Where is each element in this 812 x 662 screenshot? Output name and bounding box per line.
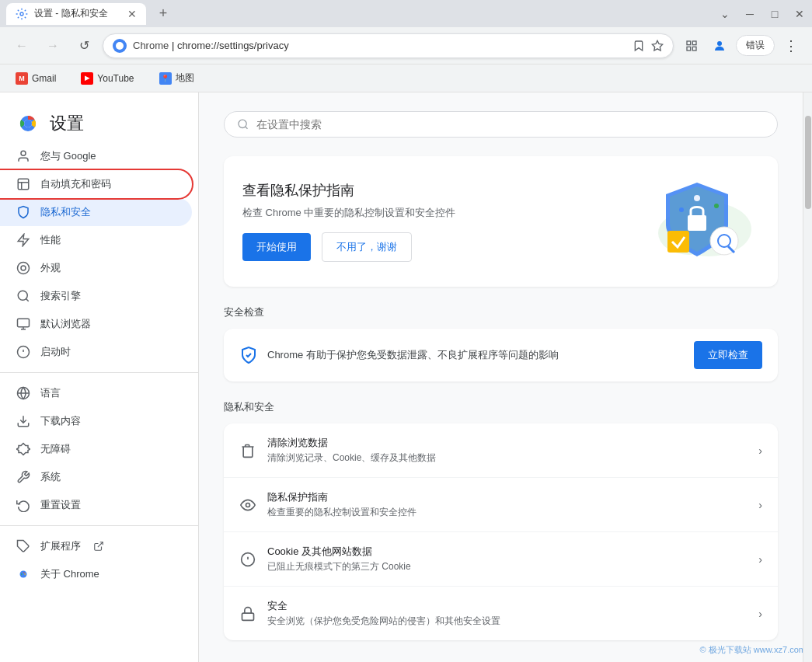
cookies-chevron: › — [758, 553, 762, 566]
performance-icon — [16, 232, 31, 248]
svg-marker-2 — [652, 40, 662, 51]
chrome-logo — [16, 111, 40, 136]
svg-point-42 — [679, 207, 684, 212]
scrollbar-track[interactable] — [803, 92, 812, 662]
no-thanks-button[interactable]: 不用了，谢谢 — [322, 232, 412, 262]
external-link-icon — [93, 541, 104, 552]
sidebar-item-reset[interactable]: 重置设置 — [0, 491, 192, 519]
sidebar-item-performance-label: 性能 — [40, 233, 61, 247]
sidebar-header: 设置 — [0, 99, 198, 142]
search-icon — [16, 288, 31, 304]
sidebar-item-appearance-label: 外观 — [40, 261, 61, 275]
collapse-button[interactable]: ⌄ — [719, 8, 731, 20]
security-text: 安全 安全浏览（保护您免受危险网站的侵害）和其他安全设置 — [267, 599, 748, 628]
security-item[interactable]: 安全 安全浏览（保护您免受危险网站的侵害）和其他安全设置 › — [224, 587, 778, 640]
svg-rect-6 — [687, 47, 691, 51]
privacy-guide-item[interactable]: 隐私保护指南 检查重要的隐私控制设置和安全控件 › — [224, 478, 778, 532]
start-button[interactable]: 开始使用 — [242, 233, 311, 261]
svg-point-0 — [20, 12, 23, 16]
sidebar-item-system[interactable]: 系统 — [0, 463, 192, 491]
svg-rect-12 — [18, 179, 29, 190]
sidebar-item-browser-label: 默认浏览器 — [40, 317, 91, 331]
sidebar-item-search-label: 搜索引擎 — [40, 289, 81, 303]
system-icon — [16, 469, 31, 485]
sidebar-item-browser[interactable]: 默认浏览器 — [0, 310, 192, 338]
address-text: Chrome | chrome://settings/privacy — [133, 40, 626, 51]
sidebar-item-about-label: 关于 Chrome — [40, 567, 99, 581]
tab-close-button[interactable]: ✕ — [127, 8, 137, 20]
svg-point-10 — [24, 120, 32, 127]
scrollbar-thumb[interactable] — [805, 116, 811, 209]
gmail-label: Gmail — [32, 73, 56, 84]
check-now-button[interactable]: 立即检查 — [694, 341, 762, 369]
sidebar-item-language[interactable]: 语言 — [0, 379, 192, 407]
menu-button[interactable]: ⋮ — [779, 34, 803, 57]
sidebar-item-appearance[interactable]: 外观 — [0, 254, 192, 282]
extensions-icon — [16, 538, 31, 554]
error-button[interactable]: 错误 — [736, 35, 775, 56]
search-input[interactable] — [256, 118, 765, 131]
search-bar[interactable] — [224, 111, 778, 138]
clear-data-item[interactable]: 清除浏览数据 清除浏览记录、Cookie、缓存及其他数据 › — [224, 423, 778, 478]
sidebar-item-accessibility[interactable]: 无障碍 — [0, 435, 192, 463]
sidebar-item-downloads[interactable]: 下载内容 — [0, 407, 192, 435]
security-subtitle: 安全浏览（保护您免受危险网站的侵害）和其他安全设置 — [267, 615, 748, 628]
sidebar-item-accessibility-label: 无障碍 — [40, 442, 71, 456]
star-icon[interactable] — [651, 40, 664, 52]
cookies-title: Cookie 及其他网站数据 — [267, 545, 748, 559]
new-tab-button[interactable]: + — [152, 3, 174, 25]
svg-point-1 — [116, 42, 124, 50]
watermark: © 极光下载站 www.xz7.com — [700, 644, 803, 656]
privacy-guide-item-title: 隐私保护指南 — [267, 490, 748, 504]
cookies-item[interactable]: Cookie 及其他网站数据 已阻止无痕模式下的第三方 Cookie › — [224, 532, 778, 587]
sidebar-item-autofill[interactable]: 自动填充和密码 — [0, 170, 192, 198]
youtube-label: YouTube — [97, 73, 134, 84]
bookmark-gmail[interactable]: M Gmail — [9, 69, 62, 88]
watermark-text: © 极光下载站 www.xz7.com — [700, 645, 803, 654]
sidebar-item-downloads-label: 下载内容 — [40, 414, 81, 428]
close-window-button[interactable]: ✕ — [793, 8, 806, 20]
minimize-button[interactable]: ─ — [744, 8, 756, 20]
privacy-guide-text: 查看隐私保护指南 检查 Chrome 中重要的隐私控制设置和安全控件 开始使用 … — [242, 181, 455, 262]
svg-rect-19 — [18, 319, 30, 327]
extensions-icon-btn[interactable] — [680, 34, 703, 57]
active-tab[interactable]: 设置 - 隐私和安全 ✕ — [6, 3, 146, 25]
svg-rect-37 — [667, 231, 689, 253]
reload-button[interactable]: ↺ — [71, 33, 96, 58]
svg-point-7 — [717, 41, 722, 46]
svg-point-16 — [21, 266, 26, 270]
bookmark-maps[interactable]: 📍 地图 — [153, 68, 200, 88]
back-button[interactable]: ← — [9, 33, 34, 58]
svg-rect-46 — [242, 613, 254, 620]
address-separator: | — [172, 40, 177, 51]
svg-point-15 — [18, 263, 30, 274]
sidebar-item-about[interactable]: 关于 Chrome — [0, 560, 192, 588]
bookmark-youtube[interactable]: ▶ YouTube — [75, 69, 140, 88]
svg-point-17 — [18, 291, 27, 300]
check-card-left: Chrome 有助于保护您免受数据泄露、不良扩展程序等问题的影响 — [239, 346, 559, 364]
sidebar-divider-2 — [0, 525, 198, 526]
reset-icon — [16, 497, 31, 513]
address-bar[interactable]: Chrome | chrome://settings/privacy — [103, 33, 674, 58]
sidebar-item-search[interactable]: 搜索引擎 — [0, 282, 192, 310]
security-chevron: › — [758, 608, 762, 620]
forward-button[interactable]: → — [40, 33, 65, 58]
svg-point-41 — [694, 195, 700, 201]
autofill-icon — [16, 176, 31, 192]
startup-icon — [16, 344, 31, 360]
maximize-button[interactable]: □ — [768, 8, 781, 20]
sidebar-item-startup-label: 启动时 — [40, 345, 71, 359]
sidebar-item-startup[interactable]: 启动时 — [0, 338, 192, 366]
maps-label: 地图 — [176, 71, 194, 85]
settings-tab-icon — [16, 8, 28, 20]
sidebar-item-performance[interactable]: 性能 — [0, 226, 192, 254]
bookmark-icon[interactable] — [633, 40, 645, 52]
sidebar-item-language-label: 语言 — [40, 386, 61, 400]
sidebar-item-google[interactable]: 您与 Google — [0, 142, 192, 170]
maps-favicon: 📍 — [159, 72, 172, 85]
sidebar-item-privacy[interactable]: 隐私和安全 — [0, 198, 192, 226]
sidebar-item-extensions[interactable]: 扩展程序 — [0, 532, 192, 560]
privacy-security-section-title: 隐私和安全 — [224, 400, 778, 414]
profile-icon-btn[interactable] — [708, 34, 731, 57]
downloads-icon — [16, 413, 31, 429]
